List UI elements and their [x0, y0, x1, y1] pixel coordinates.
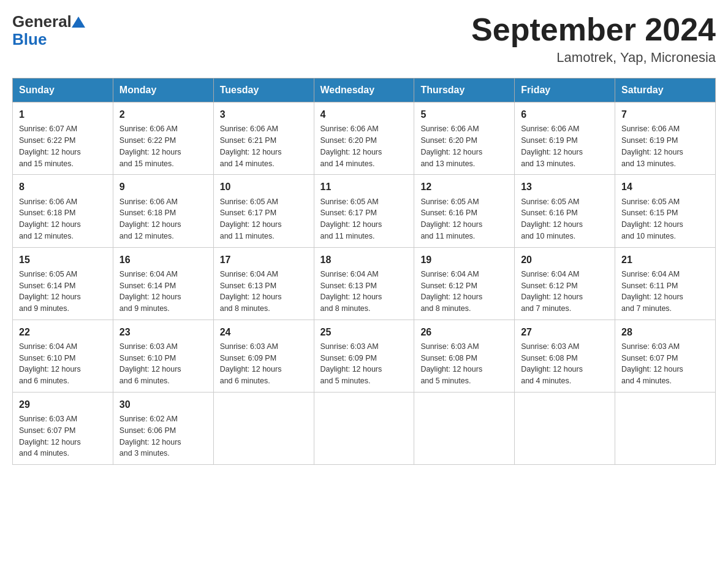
calendar-day-cell: 26Sunrise: 6:03 AM Sunset: 6:08 PM Dayli…	[414, 320, 515, 392]
day-number: 4	[320, 107, 408, 121]
day-number: 21	[621, 253, 709, 267]
calendar-table: SundayMondayTuesdayWednesdayThursdayFrid…	[12, 78, 716, 465]
day-info: Sunrise: 6:03 AM Sunset: 6:09 PM Dayligh…	[220, 341, 308, 387]
day-info: Sunrise: 6:05 AM Sunset: 6:15 PM Dayligh…	[621, 196, 709, 242]
day-number: 3	[220, 107, 308, 121]
day-number: 20	[521, 253, 609, 267]
calendar-day-cell: 5Sunrise: 6:06 AM Sunset: 6:20 PM Daylig…	[414, 102, 515, 175]
calendar-day-cell: 25Sunrise: 6:03 AM Sunset: 6:09 PM Dayli…	[314, 320, 414, 392]
day-number: 9	[119, 180, 207, 194]
logo: General Blue	[12, 12, 85, 47]
calendar-day-cell: 18Sunrise: 6:04 AM Sunset: 6:13 PM Dayli…	[314, 247, 414, 320]
day-info: Sunrise: 6:03 AM Sunset: 6:08 PM Dayligh…	[420, 341, 508, 387]
day-info: Sunrise: 6:04 AM Sunset: 6:13 PM Dayligh…	[220, 269, 308, 315]
day-number: 25	[320, 325, 408, 339]
calendar-day-header: Monday	[113, 79, 213, 102]
day-number: 11	[320, 180, 408, 194]
day-number: 14	[621, 180, 709, 194]
day-info: Sunrise: 6:03 AM Sunset: 6:07 PM Dayligh…	[621, 341, 709, 387]
calendar-day-cell: 28Sunrise: 6:03 AM Sunset: 6:07 PM Dayli…	[615, 320, 716, 392]
calendar-day-header: Tuesday	[213, 79, 314, 102]
logo-blue-text: Blue	[12, 31, 85, 47]
day-number: 23	[119, 325, 207, 339]
calendar-day-cell: 14Sunrise: 6:05 AM Sunset: 6:15 PM Dayli…	[615, 175, 716, 247]
calendar-day-cell: 12Sunrise: 6:05 AM Sunset: 6:16 PM Dayli…	[414, 175, 515, 247]
day-number: 30	[119, 397, 207, 412]
logo-general-text: General	[12, 12, 72, 31]
month-title: September 2024	[471, 12, 716, 47]
day-number: 18	[320, 253, 408, 267]
calendar-week-row: 15Sunrise: 6:05 AM Sunset: 6:14 PM Dayli…	[13, 247, 716, 320]
day-info: Sunrise: 6:06 AM Sunset: 6:18 PM Dayligh…	[119, 196, 207, 242]
calendar-day-cell: 20Sunrise: 6:04 AM Sunset: 6:12 PM Dayli…	[515, 247, 615, 320]
day-number: 28	[621, 325, 709, 339]
day-number: 8	[19, 180, 107, 194]
day-info: Sunrise: 6:03 AM Sunset: 6:10 PM Dayligh…	[119, 341, 207, 387]
calendar-day-cell: 23Sunrise: 6:03 AM Sunset: 6:10 PM Dayli…	[113, 320, 213, 392]
day-number: 17	[220, 253, 308, 267]
day-info: Sunrise: 6:06 AM Sunset: 6:22 PM Dayligh…	[119, 123, 207, 169]
day-number: 12	[420, 180, 508, 194]
day-info: Sunrise: 6:06 AM Sunset: 6:19 PM Dayligh…	[521, 123, 609, 169]
calendar-week-row: 22Sunrise: 6:04 AM Sunset: 6:10 PM Dayli…	[13, 320, 716, 392]
day-info: Sunrise: 6:06 AM Sunset: 6:18 PM Dayligh…	[19, 196, 107, 242]
calendar-day-header: Wednesday	[314, 79, 414, 102]
calendar-week-row: 1Sunrise: 6:07 AM Sunset: 6:22 PM Daylig…	[13, 102, 716, 175]
day-info: Sunrise: 6:06 AM Sunset: 6:19 PM Dayligh…	[621, 123, 709, 169]
day-info: Sunrise: 6:05 AM Sunset: 6:17 PM Dayligh…	[220, 196, 308, 242]
day-info: Sunrise: 6:05 AM Sunset: 6:14 PM Dayligh…	[19, 269, 107, 315]
logo-icon	[72, 15, 85, 29]
day-info: Sunrise: 6:06 AM Sunset: 6:20 PM Dayligh…	[320, 123, 408, 169]
day-number: 7	[621, 107, 709, 121]
calendar-day-cell	[414, 392, 515, 464]
day-number: 16	[119, 253, 207, 267]
day-info: Sunrise: 6:02 AM Sunset: 6:06 PM Dayligh…	[119, 413, 207, 459]
calendar-header-row: SundayMondayTuesdayWednesdayThursdayFrid…	[13, 79, 716, 102]
day-number: 1	[19, 107, 107, 121]
day-info: Sunrise: 6:04 AM Sunset: 6:12 PM Dayligh…	[420, 269, 508, 315]
calendar-day-cell: 21Sunrise: 6:04 AM Sunset: 6:11 PM Dayli…	[615, 247, 716, 320]
svg-marker-0	[72, 17, 85, 28]
day-info: Sunrise: 6:07 AM Sunset: 6:22 PM Dayligh…	[19, 123, 107, 169]
calendar-day-cell: 24Sunrise: 6:03 AM Sunset: 6:09 PM Dayli…	[213, 320, 314, 392]
calendar-day-cell	[615, 392, 716, 464]
day-number: 24	[220, 325, 308, 339]
day-number: 2	[119, 107, 207, 121]
day-info: Sunrise: 6:04 AM Sunset: 6:12 PM Dayligh…	[521, 269, 609, 315]
calendar-day-cell: 13Sunrise: 6:05 AM Sunset: 6:16 PM Dayli…	[515, 175, 615, 247]
calendar-day-header: Saturday	[615, 79, 716, 102]
day-info: Sunrise: 6:04 AM Sunset: 6:13 PM Dayligh…	[320, 269, 408, 315]
calendar-day-cell	[314, 392, 414, 464]
calendar-day-cell: 29Sunrise: 6:03 AM Sunset: 6:07 PM Dayli…	[13, 392, 113, 464]
calendar-day-cell: 7Sunrise: 6:06 AM Sunset: 6:19 PM Daylig…	[615, 102, 716, 175]
calendar-day-cell: 3Sunrise: 6:06 AM Sunset: 6:21 PM Daylig…	[213, 102, 314, 175]
calendar-week-row: 29Sunrise: 6:03 AM Sunset: 6:07 PM Dayli…	[13, 392, 716, 464]
calendar-day-header: Friday	[515, 79, 615, 102]
calendar-day-cell: 17Sunrise: 6:04 AM Sunset: 6:13 PM Dayli…	[213, 247, 314, 320]
location-title: Lamotrek, Yap, Micronesia	[471, 50, 716, 66]
title-block: September 2024 Lamotrek, Yap, Micronesia	[471, 12, 716, 66]
calendar-day-cell: 15Sunrise: 6:05 AM Sunset: 6:14 PM Dayli…	[13, 247, 113, 320]
day-number: 26	[420, 325, 508, 339]
day-number: 10	[220, 180, 308, 194]
calendar-day-cell: 27Sunrise: 6:03 AM Sunset: 6:08 PM Dayli…	[515, 320, 615, 392]
day-number: 15	[19, 253, 107, 267]
day-info: Sunrise: 6:03 AM Sunset: 6:08 PM Dayligh…	[521, 341, 609, 387]
day-number: 29	[19, 397, 107, 412]
day-number: 27	[521, 325, 609, 339]
day-number: 22	[19, 325, 107, 339]
day-info: Sunrise: 6:03 AM Sunset: 6:09 PM Dayligh…	[320, 341, 408, 387]
calendar-day-cell: 2Sunrise: 6:06 AM Sunset: 6:22 PM Daylig…	[113, 102, 213, 175]
calendar-day-cell: 8Sunrise: 6:06 AM Sunset: 6:18 PM Daylig…	[13, 175, 113, 247]
calendar-day-cell: 4Sunrise: 6:06 AM Sunset: 6:20 PM Daylig…	[314, 102, 414, 175]
calendar-day-cell	[515, 392, 615, 464]
calendar-day-header: Thursday	[414, 79, 515, 102]
day-info: Sunrise: 6:06 AM Sunset: 6:21 PM Dayligh…	[220, 123, 308, 169]
day-number: 19	[420, 253, 508, 267]
calendar-week-row: 8Sunrise: 6:06 AM Sunset: 6:18 PM Daylig…	[13, 175, 716, 247]
day-info: Sunrise: 6:05 AM Sunset: 6:17 PM Dayligh…	[320, 196, 408, 242]
calendar-day-cell: 11Sunrise: 6:05 AM Sunset: 6:17 PM Dayli…	[314, 175, 414, 247]
calendar-day-cell: 9Sunrise: 6:06 AM Sunset: 6:18 PM Daylig…	[113, 175, 213, 247]
day-info: Sunrise: 6:04 AM Sunset: 6:11 PM Dayligh…	[621, 269, 709, 315]
page-header: General Blue September 2024 Lamotrek, Ya…	[12, 12, 716, 66]
